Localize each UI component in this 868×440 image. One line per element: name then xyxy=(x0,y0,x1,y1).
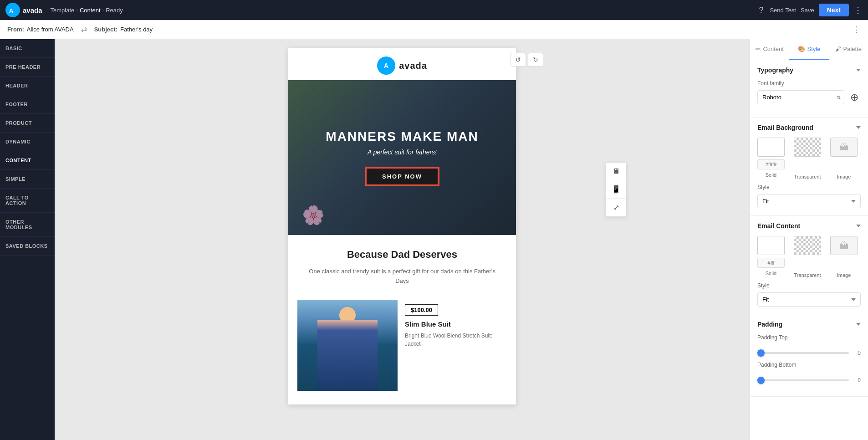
bg-style-label: Style xyxy=(757,184,861,190)
sidebar-item-preheader[interactable]: PRE HEADER xyxy=(0,58,55,77)
padding-title: Padding xyxy=(757,321,782,328)
more-options-button[interactable]: ⋮ xyxy=(853,5,863,15)
breadcrumb-template[interactable]: Template xyxy=(51,7,75,14)
background-color-options: Solid Transparent 🏔 Image xyxy=(757,138,861,179)
hero-cta-button[interactable]: SHOP NOW xyxy=(365,167,439,186)
sync-icon[interactable]: ⇄ xyxy=(81,25,87,34)
sidebar-item-header[interactable]: HEADER xyxy=(0,77,55,95)
add-font-button[interactable]: ⊕ xyxy=(848,91,861,104)
mobile-view-button[interactable]: 📱 xyxy=(606,180,626,199)
tab-style[interactable]: 🎨 Style xyxy=(789,39,828,60)
padding-section: Padding Padding Top 0 Padding Bottom xyxy=(750,314,868,397)
pencil-icon: ✏ xyxy=(756,46,761,52)
content-solid-swatch[interactable] xyxy=(757,236,785,255)
hero-content: MANNERS MAKE MAN A perfect suit for fath… xyxy=(326,129,478,186)
padding-bottom-slider[interactable] xyxy=(757,379,849,381)
sidebar-item-dynamic[interactable]: DYNAMIC xyxy=(0,133,55,151)
content-image-swatch[interactable]: 🏔 xyxy=(830,236,858,255)
email-body-title: Because Dad Deserves xyxy=(306,249,498,261)
sidebar-item-call-to-action[interactable]: CALL TO ACTION xyxy=(0,189,55,213)
undo-button[interactable]: ↺ xyxy=(511,53,526,67)
padding-bottom-value: 0 xyxy=(853,377,861,384)
email-hero[interactable]: 🌸 MANNERS MAKE MAN A perfect suit for fa… xyxy=(288,80,516,235)
save-button[interactable]: Save xyxy=(801,7,814,14)
sidebar-item-footer[interactable]: FOOTER xyxy=(0,95,55,114)
breadcrumb-ready[interactable]: Ready xyxy=(106,7,123,14)
padding-top-row: Padding Top xyxy=(757,334,861,344)
product-image xyxy=(297,300,398,391)
email-content-chevron-icon xyxy=(856,225,861,227)
typography-section-body: Font family Roboto Arial Georgia Times N… xyxy=(750,80,868,117)
content-color-options: Solid Transparent 🏔 Image xyxy=(757,236,861,278)
device-switcher: 🖥 📱 ⤢ xyxy=(606,162,627,217)
next-button[interactable]: Next xyxy=(819,4,849,16)
topbar: A avada Template › Content › Ready ? Sen… xyxy=(0,0,868,20)
padding-top-slider[interactable] xyxy=(757,352,849,354)
product-suit xyxy=(317,320,378,391)
solid-color-option: Solid xyxy=(757,138,785,179)
product-info: $100.00 Slim Blue Suit Bright Blue Wool … xyxy=(405,300,507,391)
padding-section-header[interactable]: Padding xyxy=(750,314,868,334)
content-transparent-option: Transparent xyxy=(794,236,821,278)
transparent-color-swatch[interactable] xyxy=(794,138,821,157)
email-body: Because Dad Deserves One classic and tre… xyxy=(288,235,516,300)
main-canvas: ↺ ↻ A avada 🌸 xyxy=(55,39,750,440)
redo-button[interactable]: ↻ xyxy=(528,53,543,67)
padding-bottom-label: Padding Bottom xyxy=(757,362,796,368)
padding-bottom-row: Padding Bottom xyxy=(757,362,861,372)
from-value[interactable]: Alice from AVADA xyxy=(27,26,74,33)
email-background-title: Email Background xyxy=(757,124,813,131)
bg-style-select[interactable]: Fit Cover Tile xyxy=(757,194,861,208)
content-solid-input[interactable] xyxy=(757,258,785,268)
font-select-wrap: Roboto Arial Georgia Times New Roman ⇅ xyxy=(757,90,844,104)
subject-field: Subject: Father's day xyxy=(94,26,153,33)
sidebar-item-content[interactable]: CONTENT xyxy=(0,151,55,170)
solid-color-swatch[interactable] xyxy=(757,138,785,157)
sidebar-item-product[interactable]: PRODUCT xyxy=(0,114,55,133)
sidebar-item-basic[interactable]: BASIC xyxy=(0,39,55,58)
help-button[interactable]: ? xyxy=(757,4,765,17)
product-section: $100.00 Slim Blue Suit Bright Blue Wool … xyxy=(288,300,516,404)
padding-top-slider-row: 0 xyxy=(757,350,861,356)
content-transparent-label: Transparent xyxy=(794,272,821,278)
topbar-actions: ? Send Test Save Next ⋮ xyxy=(757,4,863,17)
breadcrumb-content[interactable]: Content xyxy=(80,7,101,14)
send-test-button[interactable]: Send Test xyxy=(770,7,796,14)
typography-title: Typography xyxy=(757,67,793,74)
content-image-option: 🏔 Image xyxy=(830,236,858,278)
font-family-row: Roboto Arial Georgia Times New Roman ⇅ ⊕ xyxy=(757,90,861,104)
sidebar-item-simple[interactable]: SIMPLE xyxy=(0,170,55,189)
subject-value[interactable]: Father's day xyxy=(120,26,153,33)
padding-chevron-icon xyxy=(856,323,861,326)
font-family-label: Font family xyxy=(757,80,861,87)
image-color-option: 🏔 Image xyxy=(830,138,858,179)
typography-chevron-icon xyxy=(856,69,861,72)
solid-label: Solid xyxy=(766,172,776,178)
sidebar-item-other-modules[interactable]: OTHER MODULES xyxy=(0,213,55,237)
typography-section-header[interactable]: Typography xyxy=(750,60,868,80)
content-transparent-swatch[interactable] xyxy=(794,236,821,255)
tab-content[interactable]: ✏ Content xyxy=(750,39,789,60)
tab-palette[interactable]: 🖌 Palette xyxy=(829,39,868,60)
email-background-section-header[interactable]: Email Background xyxy=(750,118,868,138)
main-layout: BASIC PRE HEADER HEADER FOOTER PRODUCT D… xyxy=(0,39,868,440)
email-content-title: Email Content xyxy=(757,222,800,230)
sidebar-item-saved-blocks[interactable]: SAVED BLOCKS xyxy=(0,237,55,256)
collapse-icon[interactable]: ⋮ xyxy=(853,25,861,35)
padding-top-value: 0 xyxy=(853,350,861,356)
content-style-select[interactable]: Fit Cover Tile xyxy=(757,292,861,307)
padding-top-label: Padding Top xyxy=(757,334,788,341)
image-color-swatch[interactable]: 🏔 xyxy=(830,138,858,157)
email-body-text: One classic and trendy suit is a perfect… xyxy=(306,267,498,286)
font-family-select[interactable]: Roboto Arial Georgia Times New Roman xyxy=(757,90,844,104)
desktop-view-button[interactable]: 🖥 xyxy=(606,163,626,180)
solid-color-input[interactable] xyxy=(757,159,785,169)
content-solid-label: Solid xyxy=(766,271,776,276)
email-background-section-body: Solid Transparent 🏔 Image xyxy=(750,138,868,215)
canvas-wrapper: ↺ ↻ A avada 🌸 xyxy=(55,39,750,414)
email-content-section-header[interactable]: Email Content xyxy=(750,216,868,236)
fullscreen-button[interactable]: ⤢ xyxy=(606,199,626,216)
from-label: From: xyxy=(7,26,24,33)
product-name: Slim Blue Suit xyxy=(405,320,507,328)
transparent-color-option: Transparent xyxy=(794,138,821,179)
